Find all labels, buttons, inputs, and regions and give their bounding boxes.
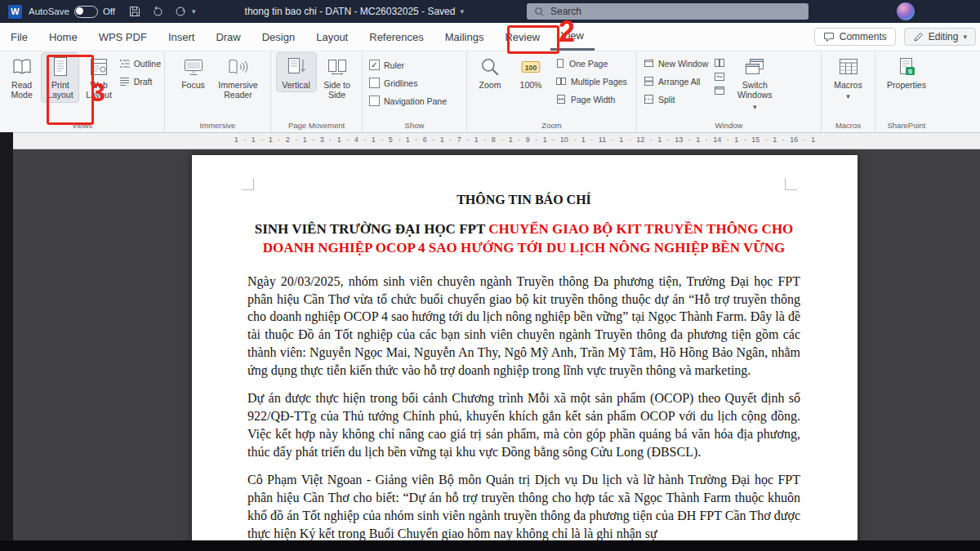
macros-group-label: Macros (825, 120, 871, 132)
chevron-down-icon: ▾ (963, 33, 967, 41)
chevron-down-icon: ▾ (460, 7, 464, 16)
multiple-pages-label: Multiple Pages (571, 77, 627, 87)
paragraph-2[interactable]: Dự án được thực hiện trong bối cảnh Chươ… (247, 389, 800, 460)
synchronous-scrolling-icon[interactable] (715, 73, 724, 81)
properties-icon: S (896, 56, 917, 78)
vertical-page-icon (287, 56, 306, 78)
tab-layout[interactable]: Layout (305, 23, 359, 51)
gridlines-checkbox[interactable] (369, 78, 380, 88)
properties-button[interactable]: S Properties (884, 53, 929, 91)
document-heading[interactable]: THÔNG TIN BÁO CHÍ (247, 193, 800, 207)
headline-black-text: SINH VIÊN TRƯỜNG ĐẠI HỌC FPT (255, 221, 489, 237)
focus-icon (183, 56, 204, 78)
tab-file[interactable]: File (0, 23, 38, 51)
new-window-button[interactable]: New Window (644, 58, 708, 69)
switch-windows-button[interactable]: Switch Windows ▾ (731, 53, 778, 113)
chevron-down-icon: ▾ (753, 103, 757, 111)
svg-text:S: S (908, 68, 913, 75)
ribbon-view-tab-content: Read Mode Print Layout Web Layout (0, 51, 980, 133)
one-page-button[interactable]: One Page (555, 58, 627, 69)
window-group-label: Window (640, 120, 817, 132)
reset-window-position-icon[interactable] (715, 87, 724, 95)
ruler-checkbox[interactable]: ✓ (369, 60, 380, 70)
ribbon-group-immersive: Focus Immersive Reader Immersive (165, 51, 271, 132)
navigation-pane-label: Navigation Pane (384, 96, 447, 106)
switch-windows-icon (744, 56, 765, 78)
arrange-all-label: Arrange All (658, 77, 700, 87)
draft-button[interactable]: Draft (119, 76, 161, 87)
focus-label: Focus (181, 80, 205, 90)
document-title-menu[interactable]: thong tin bao chi - DATN - MC26032025 - … (245, 6, 464, 17)
tab-draw[interactable]: Draw (205, 23, 251, 51)
show-group-label: Show (366, 120, 463, 132)
gridlines-checkbox-row[interactable]: Gridlines (369, 78, 447, 88)
read-mode-button[interactable]: Read Mode (3, 53, 40, 102)
split-button[interactable]: Split (644, 94, 708, 104)
view-side-by-side-icon[interactable] (715, 59, 724, 67)
avatar[interactable] (897, 2, 915, 20)
paragraph-1[interactable]: Ngày 20/03/2025, nhóm sinh viên chuyên n… (247, 273, 800, 380)
page-width-button[interactable]: Page Width (555, 94, 627, 104)
undo-icon[interactable] (152, 6, 163, 17)
sync-icon[interactable] (175, 6, 186, 17)
ribbon-group-page-movement: Vertical Side to Side Page Movement (271, 51, 363, 132)
arrange-all-button[interactable]: Arrange All (644, 76, 708, 87)
ribbon-group-zoom: Zoom 100 100% One Page (467, 51, 637, 132)
chevron-down-icon: ▾ (846, 92, 850, 100)
text-boundary-mark-right (785, 178, 797, 190)
zoom-group-label: Zoom (470, 120, 633, 132)
document-page[interactable]: THÔNG TIN BÁO CHÍ SINH VIÊN TRƯỜNG ĐẠI H… (192, 155, 858, 551)
draft-icon (119, 76, 130, 87)
autosave-state: Off (103, 7, 115, 16)
autosave-toggle[interactable] (74, 6, 98, 18)
navigation-pane-checkbox-row[interactable]: Navigation Pane (369, 96, 447, 106)
comment-bubble-icon (823, 31, 835, 42)
text-boundary-mark-left (242, 178, 254, 190)
focus-button[interactable]: Focus (174, 53, 213, 91)
outline-button[interactable]: Outline (119, 58, 161, 69)
tab-design[interactable]: Design (252, 23, 305, 51)
new-window-icon (644, 58, 654, 69)
multiple-pages-icon (555, 76, 567, 87)
editing-label: Editing (929, 31, 959, 42)
tab-mailings[interactable]: Mailings (434, 23, 495, 51)
zoom-100-button[interactable]: 100 100% (511, 53, 550, 91)
zoom-button[interactable]: Zoom (470, 53, 510, 91)
tab-insert[interactable]: Insert (158, 23, 206, 51)
vertical-button[interactable]: Vertical (277, 53, 316, 91)
bottom-edge-strip (0, 540, 980, 551)
ribbon-group-macros: Macros ▾ Macros (822, 51, 875, 132)
editing-mode-button[interactable]: Editing ▾ (904, 28, 976, 46)
zoom-100-icon: 100 (520, 56, 541, 78)
document-headline[interactable]: SINH VIÊN TRƯỜNG ĐẠI HỌC FPT CHUYỂN GIAO… (247, 220, 800, 258)
comments-button[interactable]: Comments (814, 28, 896, 46)
ribbon-group-sharepoint: S Properties SharePoint (875, 51, 938, 132)
ruler-checkbox-row[interactable]: ✓ Ruler (369, 60, 447, 70)
side-to-side-button[interactable]: Side to Side (318, 53, 357, 102)
autosave-control[interactable]: AutoSave Off (29, 6, 115, 18)
paragraph-3[interactable]: Cô Phạm Việt Ngoan - Giảng viên Bộ môn Q… (247, 471, 800, 542)
zoom-magnifier-icon (479, 56, 501, 78)
macros-label: Macros (834, 80, 862, 90)
document-title: thong tin bao chi - DATN - MC26032025 - … (245, 6, 456, 17)
navigation-pane-checkbox[interactable] (369, 96, 380, 106)
word-app-icon[interactable]: W (8, 5, 22, 19)
immersive-reader-button[interactable]: Immersive Reader (215, 53, 262, 102)
outline-label: Outline (134, 59, 161, 69)
autosave-label: AutoSave (29, 7, 69, 16)
switch-windows-label: Switch Windows (732, 80, 777, 100)
tab-home[interactable]: Home (38, 23, 88, 51)
horizontal-ruler[interactable]: 1 · 1 · 1 · 2 · 1 · 3 · 1 · 4 · 1 · 5 · … (13, 132, 980, 149)
quick-access-chevron-icon[interactable]: ▾ (192, 7, 196, 16)
page-width-icon (555, 94, 567, 104)
tab-wps-pdf[interactable]: WPS PDF (88, 23, 158, 51)
save-icon[interactable] (129, 6, 140, 17)
zoom-100-label: 100% (520, 80, 542, 90)
side-to-side-icon (327, 56, 348, 78)
outline-icon (119, 58, 130, 69)
split-icon (644, 94, 654, 104)
multiple-pages-button[interactable]: Multiple Pages (555, 76, 627, 87)
immersive-reader-label: Immersive Reader (216, 80, 261, 100)
macros-button[interactable]: Macros ▾ (829, 53, 868, 102)
tab-references[interactable]: References (359, 23, 434, 51)
